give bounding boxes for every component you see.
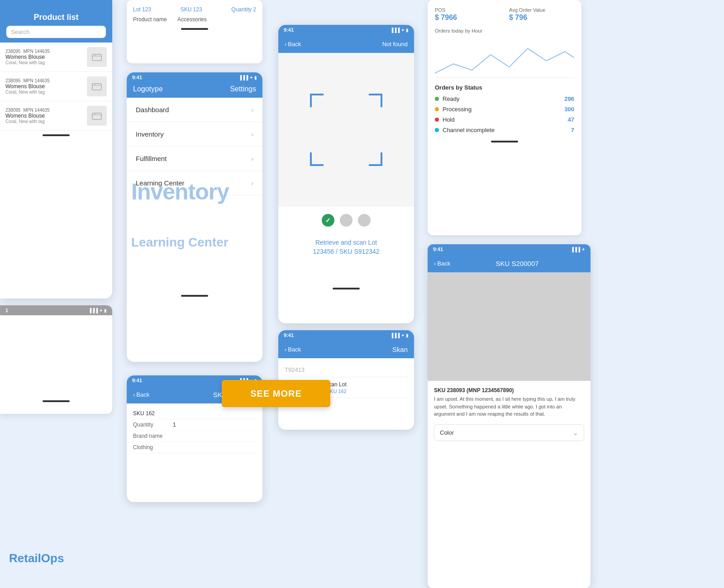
scanner-instruction: Retrieve and scan Lot 123456 / SKU S9123… <box>278 234 414 261</box>
chevron-right-icon: › <box>251 155 253 162</box>
step-dot-3 <box>358 214 371 227</box>
status-bar: 1 ▐▐▐ ✦ ▮ <box>0 305 112 315</box>
panel-dashboard: POS $ 7966 Avg Order Value $ 796 Orders … <box>428 0 581 235</box>
back-arrow-icon: ‹ <box>285 346 286 353</box>
learning-center-overlay-text: Learning Center <box>131 235 229 250</box>
panel-scanner: 9:41 ▐▐▐ ✦ ▮ ‹ Back Not found Retrieve a… <box>278 25 414 323</box>
status-dot-channel <box>435 128 439 132</box>
stat-avg-order: Avg Order Value $ 796 <box>509 7 574 22</box>
product-list-title: Product list <box>6 13 106 22</box>
chevron-right-icon: › <box>251 131 253 138</box>
back-arrow-icon: ‹ <box>285 41 286 47</box>
product-thumbnail <box>87 106 107 126</box>
scanner-viewfinder <box>278 53 414 207</box>
stat-pos: POS $ 7966 <box>435 7 500 22</box>
status-bar: 9:41 ▐▐▐ ✦ ▮ <box>278 25 414 35</box>
product-thumbnail <box>87 76 107 96</box>
svg-point-5 <box>95 114 95 114</box>
status-channel-incomplete: Channel incomplete 7 <box>435 127 574 133</box>
panel-product-list: Product list Search 238095MPN 144635 Wom… <box>0 0 112 299</box>
svg-rect-4 <box>92 113 101 119</box>
back-arrow-icon: ‹ <box>434 260 436 267</box>
status-bar: 9:41 ▐▐▐ ✦ ▮ <box>127 72 262 82</box>
menu-item-inventory[interactable]: Inventory › <box>127 122 262 147</box>
orders-chart: Orders today by Hour <box>435 28 574 78</box>
product-list-header: Product list Search <box>0 0 112 43</box>
dashboard-stats: POS $ 7966 Avg Order Value $ 796 <box>435 7 574 22</box>
sku-detail-nav: ‹ Back SKU S200007 <box>428 254 591 272</box>
sku-row-brand: Brand name <box>133 431 256 442</box>
scan-frame <box>310 94 382 166</box>
sku-body: SKU 238093 (MNP 1234567890) I am upset. … <box>428 381 591 451</box>
corner-tl <box>310 94 324 107</box>
sku-color-field[interactable]: Color ⌄ <box>434 424 584 441</box>
scroll-indicator <box>181 295 208 297</box>
scroll-indicator <box>43 134 70 136</box>
sku-description: I am upset. At this moment, as I sit her… <box>434 395 584 418</box>
sku-row-quantity: Quantity 1 <box>133 419 256 431</box>
corner-bl <box>310 152 324 166</box>
status-hold: Hold 47 <box>435 116 574 123</box>
list-item[interactable]: 238095MPN 144635 Womens Blouse Coral, Ne… <box>0 72 112 101</box>
sku-product-image <box>428 272 591 381</box>
svg-point-1 <box>95 55 95 56</box>
status-dot-hold <box>435 118 439 122</box>
sku-row-sku: SKU 162 <box>133 408 256 419</box>
inventory-overlay-text: Inventory <box>131 179 229 205</box>
panel-bottom-left: 1 ▐▐▐ ✦ ▮ <box>0 305 112 414</box>
status-dot-ready <box>435 97 439 101</box>
scanner-step-dots <box>278 207 414 234</box>
scroll-indicator <box>181 28 208 30</box>
corner-tr <box>369 94 382 107</box>
chevron-down-icon: ⌄ <box>572 428 578 437</box>
status-bar: 9:41 ▐▐▐ ✦ ▮ <box>278 330 414 340</box>
back-button[interactable]: ‹ Back <box>285 346 301 353</box>
back-arrow-icon: ‹ <box>133 391 135 398</box>
search-input[interactable]: Search <box>6 26 106 38</box>
menu-item-dashboard[interactable]: Dashboard › <box>127 98 262 122</box>
step-dot-1 <box>322 214 334 227</box>
panel-sku-detail: 9:41 ▐▐▐ ✦ ‹ Back SKU S200007 SKU 238093… <box>428 244 591 588</box>
scan-bottom-nav: ‹ Back Skan <box>278 340 414 358</box>
scanner-nav-bar: ‹ Back Not found <box>278 35 414 53</box>
menu-item-fulfillment[interactable]: Fulfillment › <box>127 147 262 171</box>
scroll-indicator <box>491 141 518 142</box>
back-button[interactable]: ‹ Back <box>285 41 301 47</box>
corner-br <box>369 152 382 166</box>
chevron-right-icon: › <box>251 106 253 114</box>
panel-nav-menu: 9:41 ▐▐▐ ✦ ▮ Logotype Settings Dashboard… <box>127 72 262 362</box>
brand-label: RetailOps <box>9 551 64 565</box>
status-dot-processing <box>435 107 439 111</box>
status-processing: Processing 300 <box>435 106 574 113</box>
nav-menu-header: Logotype Settings <box>127 82 262 98</box>
status-bar: 9:41 ▐▐▐ ✦ <box>428 244 591 254</box>
scan-list-item: T92413 <box>285 363 408 377</box>
scroll-indicator <box>43 400 70 402</box>
status-ready: Ready 296 <box>435 95 574 102</box>
back-button[interactable]: ‹ Back <box>133 391 149 398</box>
back-button[interactable]: ‹ Back <box>434 260 450 267</box>
svg-rect-2 <box>92 84 101 90</box>
step-dot-2 <box>340 214 352 227</box>
svg-point-3 <box>95 84 95 85</box>
scroll-indicator <box>333 288 360 289</box>
product-thumbnail <box>87 47 107 67</box>
panel-top-product-card: Lot 123 SKU 123 Quantity 2 Product name … <box>127 0 262 63</box>
list-item[interactable]: 238095MPN 144635 Womens Blouse Coral, Ne… <box>0 101 112 131</box>
see-more-button[interactable]: SEE MORE <box>222 380 330 407</box>
card-row-ids: Lot 123 SKU 123 Quantity 2 <box>133 6 256 13</box>
chevron-right-icon: › <box>251 180 253 187</box>
sku-row-category: Clothing <box>133 442 256 453</box>
list-item[interactable]: 238095MPN 144635 Womens Blouse Coral, Ne… <box>0 43 112 72</box>
sku-detail-rows: SKU 162 Quantity 1 Brand name Clothing <box>127 403 262 458</box>
sku-id-title: SKU 238093 (MNP 1234567890) <box>434 387 584 394</box>
svg-rect-0 <box>92 54 101 61</box>
